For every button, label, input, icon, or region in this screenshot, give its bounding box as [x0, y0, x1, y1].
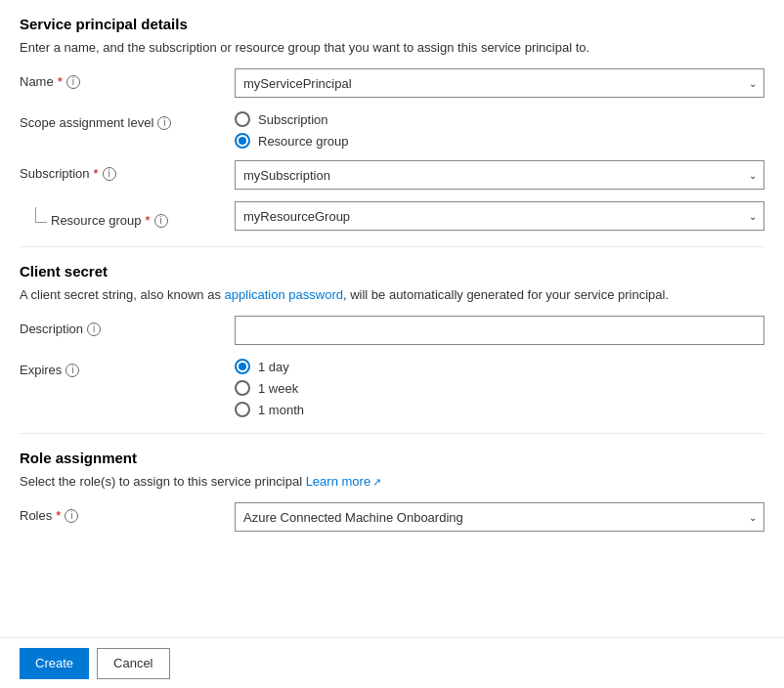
expires-info-icon[interactable]: i [65, 364, 79, 377]
subscription-label: Subscription * i [20, 160, 235, 181]
roles-label: Roles * i [20, 502, 235, 523]
page-title: Service principal details [20, 16, 764, 32]
subscription-control: mySubscription ⌄ [235, 160, 764, 190]
scope-resource-group-label: Resource group [258, 134, 349, 149]
scope-control: Subscription Resource group [235, 109, 764, 149]
client-secret-desc-part1: A client secret string, also known as [20, 287, 225, 302]
resource-group-select-wrapper: myResourceGroup ⌄ [235, 201, 764, 231]
resource-group-indent: Resource group * i myResourceGroup ⌄ [35, 201, 764, 231]
cancel-button[interactable]: Cancel [97, 648, 169, 679]
section-description: Enter a name, and the subscription or re… [20, 40, 764, 55]
expires-1day-label: 1 day [258, 360, 289, 374]
description-control [235, 316, 764, 345]
scope-subscription-option[interactable]: Subscription [235, 111, 764, 127]
subscription-required: * [94, 166, 99, 181]
section-service-principal: Service principal details Enter a name, … [20, 16, 764, 231]
scope-info-icon[interactable]: i [157, 116, 171, 130]
role-assignment-desc: Select the role(s) to assign to this ser… [20, 474, 764, 489]
resource-group-control: myResourceGroup ⌄ [235, 201, 764, 231]
expires-1day-option[interactable]: 1 day [235, 359, 764, 374]
client-secret-title: Client secret [20, 263, 764, 280]
resource-group-label: Resource group * i [51, 207, 168, 228]
resource-group-select[interactable]: myResourceGroup [235, 201, 764, 231]
section-client-secret: Client secret A client secret string, al… [20, 263, 764, 417]
footer-bar: Create Cancel [0, 637, 784, 688]
description-label: Description i [20, 316, 235, 336]
scope-subscription-label: Subscription [258, 112, 328, 127]
roles-info-icon[interactable]: i [65, 509, 78, 523]
expires-1month-label: 1 month [258, 403, 304, 417]
scope-label: Scope assignment level i [20, 109, 235, 130]
scope-resource-group-radio[interactable] [235, 133, 250, 149]
roles-required: * [56, 508, 61, 523]
name-control: myServicePrincipal ⌄ [235, 68, 764, 98]
description-input[interactable] [235, 316, 764, 345]
subscription-select-wrapper: mySubscription ⌄ [235, 160, 764, 190]
expires-control: 1 day 1 week 1 month [235, 357, 764, 417]
scope-radio-group: Subscription Resource group [235, 109, 764, 149]
roles-select[interactable]: Azure Connected Machine Onboarding [235, 502, 764, 532]
resource-group-row: Resource group * i myResourceGroup ⌄ [20, 201, 764, 231]
scope-resource-group-option[interactable]: Resource group [235, 133, 764, 149]
name-row: Name * i myServicePrincipal ⌄ [20, 68, 764, 98]
role-assignment-title: Role assignment [20, 450, 764, 466]
expires-1month-option[interactable]: 1 month [235, 402, 764, 417]
name-select[interactable]: myServicePrincipal [235, 68, 764, 98]
client-secret-desc: A client secret string, also known as ap… [20, 287, 764, 302]
divider-1 [20, 246, 764, 247]
resource-group-required: * [146, 213, 151, 228]
name-label: Name * i [20, 68, 235, 89]
name-select-wrapper: myServicePrincipal ⌄ [235, 68, 764, 98]
subscription-row: Subscription * i mySubscription ⌄ [20, 160, 764, 190]
learn-more-link[interactable]: Learn more↗ [306, 474, 381, 489]
create-button[interactable]: Create [20, 648, 89, 679]
expires-1day-radio[interactable] [235, 359, 250, 374]
expires-label: Expires i [20, 357, 235, 377]
expires-row: Expires i 1 day 1 week 1 month [20, 357, 764, 417]
subscription-select[interactable]: mySubscription [235, 160, 764, 190]
required-indicator: * [58, 74, 63, 89]
expires-1month-radio[interactable] [235, 402, 250, 417]
subscription-info-icon[interactable]: i [103, 167, 116, 181]
scope-row: Scope assignment level i Subscription Re… [20, 109, 764, 149]
indent-wrapper: Resource group * i [35, 201, 235, 228]
roles-select-wrapper: Azure Connected Machine Onboarding ⌄ [235, 502, 764, 532]
client-secret-desc-part2: , will be automatically generated for yo… [343, 287, 669, 302]
indent-connector [35, 207, 47, 223]
divider-2 [20, 433, 764, 434]
description-info-icon[interactable]: i [87, 322, 101, 336]
expires-1week-radio[interactable] [235, 380, 250, 396]
description-row: Description i [20, 316, 764, 345]
roles-control: Azure Connected Machine Onboarding ⌄ [235, 502, 764, 532]
application-password-link[interactable]: application password [225, 287, 343, 302]
section-role-assignment: Role assignment Select the role(s) to as… [20, 450, 764, 532]
name-info-icon[interactable]: i [66, 75, 80, 89]
expires-1week-label: 1 week [258, 381, 298, 396]
external-link-icon: ↗ [372, 476, 381, 489]
expires-radio-group: 1 day 1 week 1 month [235, 357, 764, 417]
resource-group-info-icon[interactable]: i [154, 214, 168, 228]
expires-1week-option[interactable]: 1 week [235, 380, 764, 396]
role-assignment-desc-text: Select the role(s) to assign to this ser… [20, 474, 306, 489]
scope-subscription-radio[interactable] [235, 111, 250, 127]
roles-row: Roles * i Azure Connected Machine Onboar… [20, 502, 764, 532]
